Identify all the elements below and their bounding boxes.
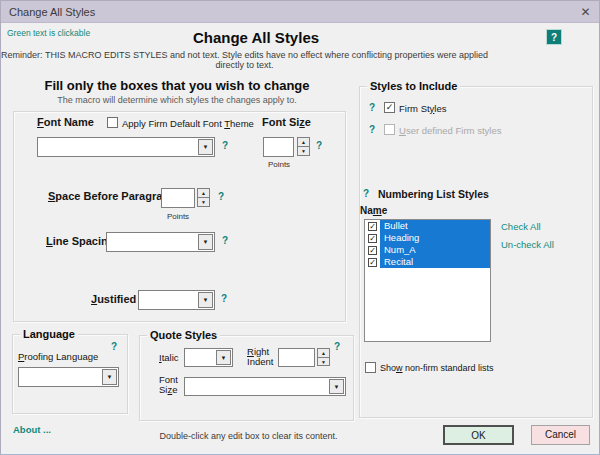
show-nonfirm-lists-label: Show non-firm standard lists bbox=[380, 363, 494, 373]
dropdown-arrow-icon[interactable]: ▼ bbox=[198, 234, 213, 250]
titlebar: Change All Styles bbox=[1, 1, 600, 23]
font-size-stepper[interactable]: ▲ ▼ bbox=[297, 137, 310, 157]
spin-down-icon[interactable]: ▼ bbox=[297, 146, 310, 156]
about-link[interactable]: About ... bbox=[13, 424, 51, 435]
numbering-list-styles-listbox[interactable]: ✓ Bullet ✓ Heading ✓ Num_A ✓ Recital bbox=[364, 219, 491, 342]
help-icon[interactable]: ? bbox=[221, 293, 227, 304]
help-icon[interactable]: ? bbox=[316, 140, 322, 151]
item-checkbox[interactable]: ✓ bbox=[368, 234, 377, 243]
space-before-input[interactable] bbox=[161, 188, 195, 208]
list-item[interactable]: ✓ Num_A bbox=[365, 244, 490, 256]
dropdown-arrow-icon[interactable]: ▼ bbox=[329, 379, 344, 394]
help-icon[interactable]: ? bbox=[369, 102, 375, 113]
right-indent-stepper[interactable]: ▲ ▼ bbox=[317, 348, 330, 367]
close-icon[interactable]: ✕ bbox=[577, 4, 594, 20]
section-subheading: The macro will determine which styles th… bbox=[1, 95, 353, 105]
reminder-text: Reminder: THIS MACRO EDITS STYLES and no… bbox=[1, 50, 488, 70]
item-checkbox[interactable]: ✓ bbox=[368, 246, 377, 255]
ok-button[interactable]: OK bbox=[443, 425, 514, 445]
list-item-label: Num_A bbox=[380, 244, 490, 256]
dropdown-arrow-icon[interactable]: ▼ bbox=[216, 350, 231, 365]
italic-combobox[interactable]: ▼ bbox=[184, 348, 233, 367]
font-name-combobox[interactable]: ▼ bbox=[37, 137, 215, 157]
numbering-list-styles-title: Numbering List Styles bbox=[378, 188, 489, 200]
check-icon: ✓ bbox=[386, 102, 394, 112]
proofing-language-combobox[interactable]: ▼ bbox=[18, 367, 119, 387]
italic-label: Italic bbox=[159, 352, 179, 363]
name-column-label: Name bbox=[360, 205, 387, 216]
points-label: Points bbox=[158, 212, 198, 221]
space-before-paragraph-label: Space Before Paragraph bbox=[48, 190, 176, 202]
help-icon[interactable]: ? bbox=[369, 124, 375, 135]
font-size-label: Font Size bbox=[262, 116, 311, 128]
footer-hint: Double-click any edit box to clear its c… bbox=[96, 431, 401, 441]
dropdown-arrow-icon[interactable]: ▼ bbox=[198, 139, 213, 155]
font-size-input[interactable] bbox=[263, 137, 294, 157]
styles-to-include-title: Styles to Include bbox=[367, 80, 460, 92]
apply-firm-default-font-theme-checkbox[interactable] bbox=[107, 117, 118, 128]
section-heading: Fill only the boxes that you wish to cha… bbox=[1, 78, 353, 93]
help-icon[interactable]: ? bbox=[111, 341, 117, 352]
list-item-label: Recital bbox=[380, 256, 490, 268]
space-before-stepper[interactable]: ▲ ▼ bbox=[197, 188, 210, 208]
list-item[interactable]: ✓ Bullet bbox=[365, 220, 490, 232]
proofing-language-label: Proofing Language bbox=[18, 351, 98, 362]
list-item-label: Heading bbox=[380, 232, 490, 244]
item-checkbox[interactable]: ✓ bbox=[368, 222, 377, 231]
apply-firm-default-font-theme-label: Apply Firm Default Font Theme bbox=[122, 118, 254, 129]
user-defined-firm-styles-checkbox bbox=[384, 124, 395, 135]
list-item[interactable]: ✓ Heading bbox=[365, 232, 490, 244]
quote-font-size-label-line2: Size bbox=[159, 384, 178, 395]
line-spacing-label: Line Spacing bbox=[46, 235, 114, 247]
help-icon[interactable]: ? bbox=[218, 191, 224, 202]
points-label: Points bbox=[256, 160, 302, 169]
help-icon[interactable]: ? bbox=[334, 341, 340, 352]
firm-styles-label: Firm Styles bbox=[399, 103, 447, 114]
list-item-label: Bullet bbox=[380, 220, 490, 232]
page-title: Change All Styles bbox=[1, 29, 511, 46]
quote-font-size-combobox[interactable]: ▼ bbox=[184, 377, 346, 396]
list-item[interactable]: ✓ Recital bbox=[365, 256, 490, 268]
line-spacing-combobox[interactable]: ▼ bbox=[106, 232, 215, 252]
dropdown-arrow-icon[interactable]: ▼ bbox=[102, 369, 117, 385]
item-checkbox[interactable]: ✓ bbox=[368, 258, 377, 267]
help-icon[interactable]: ? bbox=[363, 188, 369, 199]
user-defined-firm-styles-label: User defined Firm styles bbox=[399, 125, 501, 136]
uncheck-all-link[interactable]: Un-check All bbox=[501, 239, 554, 250]
help-icon[interactable]: ? bbox=[546, 29, 562, 45]
quote-styles-group-title: Quote Styles bbox=[147, 329, 220, 341]
help-icon[interactable]: ? bbox=[222, 235, 228, 246]
language-group-title: Language bbox=[20, 328, 78, 340]
check-all-link[interactable]: Check All bbox=[501, 221, 541, 232]
right-indent-input[interactable] bbox=[278, 348, 315, 367]
font-name-label: Font Name bbox=[37, 116, 94, 128]
dropdown-arrow-icon[interactable]: ▼ bbox=[198, 292, 213, 308]
change-all-styles-dialog: Change All Styles ✕ Green text is clicka… bbox=[0, 0, 600, 455]
cancel-button[interactable]: Cancel bbox=[531, 425, 590, 445]
show-nonfirm-lists-checkbox[interactable] bbox=[365, 362, 376, 373]
window-title: Change All Styles bbox=[1, 6, 95, 18]
justified-combobox[interactable]: ▼ bbox=[138, 290, 215, 310]
justified-label: Justified bbox=[91, 293, 136, 305]
help-icon[interactable]: ? bbox=[222, 140, 228, 151]
spin-down-icon[interactable]: ▼ bbox=[197, 197, 210, 207]
right-indent-label-line2: Indent bbox=[247, 356, 273, 367]
firm-styles-checkbox[interactable]: ✓ bbox=[384, 102, 395, 113]
spin-down-icon[interactable]: ▼ bbox=[317, 357, 330, 367]
